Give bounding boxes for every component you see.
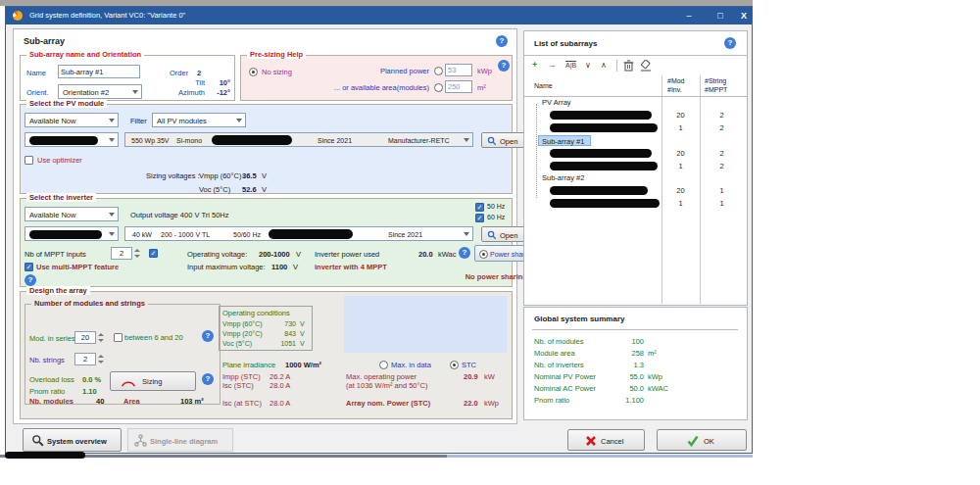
cancel-button[interactable]: Cancel xyxy=(567,429,645,451)
cell-string: 2 xyxy=(700,111,744,120)
cell-string: 2 xyxy=(700,149,744,158)
close-button[interactable]: X xyxy=(736,7,752,24)
help-icon[interactable]: ? xyxy=(202,330,214,342)
search-icon xyxy=(487,136,497,146)
impp-value: 26.2 A xyxy=(270,372,290,381)
help-icon[interactable]: ? xyxy=(498,60,510,72)
pv-filter-select[interactable]: All PV modules xyxy=(152,113,246,127)
open-pv-module-button[interactable]: Open xyxy=(481,132,527,148)
help-icon[interactable]: ? xyxy=(459,247,470,259)
power-sharing-button[interactable]: Power sharing xyxy=(474,245,527,262)
chevron-down-icon xyxy=(109,213,115,217)
azimuth-label: Azimuth xyxy=(168,88,205,97)
planned-power-radio[interactable] xyxy=(434,67,443,75)
ok-button[interactable]: OK xyxy=(657,429,747,451)
cancel-label: Cancel xyxy=(601,437,623,446)
use-optimizer-checkbox[interactable] xyxy=(24,156,33,165)
array-power-label: Array nom. Power (STC) xyxy=(346,399,430,408)
open-inverter-button[interactable]: Open xyxy=(481,226,527,242)
freq-60hz-checkbox[interactable]: ✓ xyxy=(475,214,484,222)
delete-icon[interactable] xyxy=(623,60,634,72)
isc-value: 28.0 A xyxy=(270,381,290,390)
nb-mppt-label: Nb of MPPT inputs xyxy=(24,250,86,259)
move-down-icon[interactable]: ∨ xyxy=(585,61,591,70)
redacted-text xyxy=(550,149,652,158)
multi-mppt-checkbox[interactable]: ✓ xyxy=(24,263,33,271)
tree-group-subarray1-selected[interactable]: Sub-array #1 xyxy=(538,135,591,146)
subarray-list-panel: List of subarrays ? + → A|B ∨ ∧ Name #Mo… xyxy=(523,30,748,306)
between-checkbox[interactable] xyxy=(114,333,122,342)
orientation-select[interactable]: Orientation #2 xyxy=(58,84,142,99)
pv-module-select[interactable]: 550 Wp 35V Si-mono Since 2021 Manufactur… xyxy=(124,132,473,147)
freq-60hz-label: 60 Hz xyxy=(487,214,505,220)
inv-spec-power: 40 kW xyxy=(132,231,152,238)
app-icon xyxy=(13,11,23,21)
stepper-arrows[interactable] xyxy=(97,353,106,365)
mod-series-stepper[interactable]: 20 xyxy=(74,331,96,344)
summary-unit: kWAC xyxy=(648,384,668,393)
summary-label: Nominal AC Power xyxy=(534,384,596,393)
cell-mod: 1 xyxy=(662,162,700,170)
pv-manufacturer-select[interactable] xyxy=(24,132,119,147)
orient-label: Orient. xyxy=(26,88,49,97)
single-line-diagram-button[interactable]: Single-line diagram xyxy=(127,428,233,452)
power-used-value: 20.0 xyxy=(418,250,433,259)
tree-group-subarray2[interactable]: Sub-array #2 xyxy=(542,173,584,182)
inverter-availability-select[interactable]: Available Now xyxy=(24,207,119,221)
title-bar[interactable]: Grid system definition, Variant VC0: "Va… xyxy=(6,7,752,24)
mppt-count-checkbox[interactable]: ✓ xyxy=(149,249,158,258)
operating-voltage-unit: V xyxy=(296,250,301,259)
max-in-data-label: Max. in data xyxy=(391,361,431,369)
summary-value: 50.0 xyxy=(601,384,644,393)
rename-icon[interactable]: A|B xyxy=(565,62,576,69)
subarray-panel: Sub-array ? Sub-array name and Orientati… xyxy=(13,28,517,424)
system-overview-button[interactable]: System overview xyxy=(23,428,122,452)
stepper-arrows[interactable] xyxy=(133,247,142,260)
area-radio[interactable] xyxy=(434,83,443,92)
voc-unit: V xyxy=(262,185,267,194)
summary-value: 1.3 xyxy=(601,361,644,369)
help-icon[interactable]: ? xyxy=(724,37,736,49)
move-up-icon[interactable]: ∧ xyxy=(601,61,607,70)
cell-mod: 1 xyxy=(662,199,700,208)
inverter-manufacturer-select[interactable] xyxy=(24,226,119,241)
tree-group-pv-array[interactable]: PV Array xyxy=(542,98,571,107)
group-legend: Select the PV module xyxy=(26,99,107,108)
stc-radio[interactable] xyxy=(450,361,459,369)
pv-availability-select[interactable]: Available Now xyxy=(24,113,119,127)
max-in-data-radio[interactable] xyxy=(379,361,388,369)
chevron-down-icon xyxy=(132,90,138,94)
maximize-button[interactable]: □ xyxy=(707,7,734,24)
name-input[interactable] xyxy=(58,65,140,78)
help-icon[interactable]: ? xyxy=(496,35,508,47)
eraser-icon[interactable] xyxy=(640,60,652,72)
freq-50hz-label: 50 Hz xyxy=(487,203,505,210)
sizing-voltages-label: Sizing voltages : xyxy=(146,171,200,180)
presizing-group: Pre-sizing Help No sizing Planned power … xyxy=(240,55,513,101)
redacted-text xyxy=(550,199,660,208)
area-unit: m² xyxy=(477,83,486,92)
duplicate-subarray-icon[interactable]: → xyxy=(548,60,557,70)
summary-label: Nb. of modules xyxy=(534,337,583,346)
sizing-button[interactable]: Sizing xyxy=(110,371,196,391)
stepper-arrows[interactable] xyxy=(97,331,106,344)
area-input[interactable] xyxy=(445,80,472,93)
voc-label: Voc (5°C) xyxy=(199,185,230,194)
help-icon[interactable]: ? xyxy=(24,274,36,286)
freq-50hz-checkbox[interactable]: ✓ xyxy=(475,203,484,212)
between-label: between 6 and 20 xyxy=(124,333,183,342)
help-icon[interactable]: ? xyxy=(202,373,214,385)
nb-strings-stepper[interactable]: 2 xyxy=(74,353,96,365)
redacted-text xyxy=(550,111,652,120)
cell-mod: 1 xyxy=(662,123,700,132)
area-label: Area xyxy=(123,397,140,406)
no-sizing-radio[interactable] xyxy=(249,68,258,76)
inv-spec-freq: 50/60 Hz xyxy=(233,231,261,238)
minimize-button[interactable]: – xyxy=(675,7,703,24)
group-legend: Select the inverter xyxy=(26,193,96,202)
nb-mppt-stepper[interactable]: 2 xyxy=(111,247,132,260)
redacted-text xyxy=(212,135,292,145)
planned-power-input[interactable] xyxy=(445,64,472,76)
add-subarray-icon[interactable]: + xyxy=(532,60,537,70)
inverter-select[interactable]: 40 kW 200 - 1000 V TL 50/60 Hz Since 202… xyxy=(124,226,473,241)
